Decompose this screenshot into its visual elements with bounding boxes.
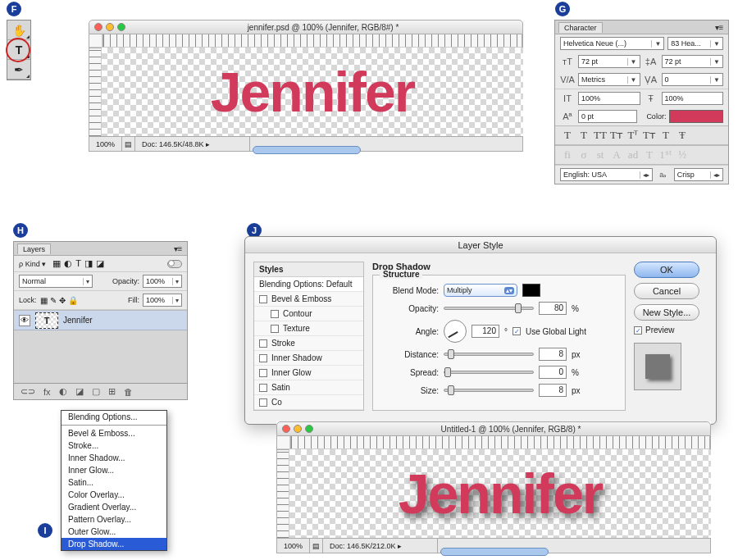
ok-button[interactable]: OK — [634, 262, 699, 278]
kerning-select[interactable]: Metrics▼ — [578, 73, 640, 86]
fx-menu-item[interactable]: Stroke... — [61, 439, 166, 452]
cancel-button[interactable]: Cancel — [634, 283, 699, 299]
fx-menu-item[interactable]: Outer Glow... — [61, 526, 166, 538]
doc-size-info[interactable]: Doc: 146.5K/48.8K ▸ — [135, 137, 250, 151]
ruler-origin[interactable] — [89, 34, 102, 48]
character-tab[interactable]: Character — [558, 22, 603, 33]
opacity-input[interactable]: 80 — [539, 302, 567, 315]
layer-name[interactable]: Jennifer — [63, 316, 93, 325]
tracking-select[interactable]: 0▼ — [662, 73, 724, 86]
type-btn[interactable]: ½ — [675, 148, 690, 162]
layer-foot-icon[interactable]: ▢ — [92, 386, 100, 397]
blendmode-select[interactable]: Multiply▴▾ — [444, 284, 517, 297]
ruler-origin[interactable] — [277, 436, 290, 449]
color-swatch[interactable] — [669, 110, 723, 123]
angle-dial[interactable] — [444, 320, 467, 343]
style-list-item[interactable]: Contour — [254, 307, 363, 321]
type-btn[interactable]: Tᴛ — [642, 129, 657, 142]
lock-icon[interactable]: ✎ — [50, 296, 57, 305]
font-weight-select[interactable]: 83 Hea...▼ — [667, 37, 723, 50]
status-icon[interactable]: ▤ — [310, 539, 323, 553]
spread-input[interactable]: 0 — [539, 366, 567, 379]
minimize-icon[interactable] — [106, 23, 114, 31]
styles-header[interactable]: Styles — [254, 262, 363, 277]
style-list-item[interactable]: Bevel & Emboss — [254, 292, 363, 307]
ruler-vertical[interactable] — [276, 449, 289, 538]
zoom-level[interactable]: 100% — [89, 137, 122, 151]
type-btn[interactable]: A — [609, 148, 624, 162]
type-btn[interactable]: Tᵀ — [626, 129, 640, 142]
fx-menu-item[interactable]: Blending Options... — [61, 411, 166, 423]
layer-foot-icon[interactable]: fx — [43, 387, 51, 397]
type-btn[interactable]: T — [576, 129, 591, 142]
style-list-item[interactable]: Inner Glow — [254, 366, 363, 380]
style-list-item[interactable]: Satin — [254, 380, 363, 395]
visibility-icon[interactable]: 👁 — [19, 315, 30, 326]
layer-foot-icon[interactable]: ◐ — [59, 386, 67, 397]
lock-icon[interactable]: 🔒 — [68, 296, 78, 305]
layer-foot-icon[interactable]: ⊞ — [108, 386, 116, 397]
font-family-select[interactable]: Helvetica Neue (...)▼ — [560, 37, 664, 50]
fx-menu-item[interactable]: Drop Shadow... — [61, 538, 166, 550]
panel-menu-icon[interactable]: ▾≡ — [713, 23, 725, 32]
type-btn[interactable]: 1ˢᵗ — [658, 148, 673, 162]
ruler-horizontal[interactable] — [290, 436, 710, 449]
angle-input[interactable]: 120 — [472, 325, 499, 338]
fx-menu-item[interactable]: Satin... — [61, 476, 166, 489]
fill-select[interactable]: 100%▾ — [143, 294, 182, 307]
zoom-level-j[interactable]: 100% — [277, 539, 310, 553]
close-icon[interactable] — [282, 425, 290, 433]
type-btn[interactable]: Tᴛ — [609, 129, 624, 142]
filter-icon[interactable]: T — [75, 258, 81, 269]
fx-menu-item[interactable]: Pattern Overlay... — [61, 513, 166, 526]
minimize-icon[interactable] — [294, 425, 302, 433]
text-layer-jennifer-shadow[interactable]: Jennifer — [399, 462, 603, 526]
status-icon[interactable]: ▤ — [122, 137, 135, 151]
scroll-thumb[interactable] — [253, 146, 361, 154]
fx-menu-item[interactable]: Gradient Overlay... — [61, 501, 166, 513]
layer-foot-icon[interactable]: ⊂⊃ — [20, 386, 35, 397]
type-tool[interactable]: T — [7, 40, 30, 60]
distance-slider[interactable] — [444, 353, 534, 356]
filter-icon[interactable]: ◐ — [64, 258, 72, 269]
type-btn[interactable]: fi — [560, 148, 575, 162]
zoom-icon[interactable] — [117, 23, 125, 31]
path-tool[interactable]: ✒ — [7, 60, 30, 80]
layers-tab[interactable]: Layers — [17, 244, 51, 254]
distance-input[interactable]: 8 — [539, 348, 567, 361]
type-btn[interactable]: TT — [593, 129, 608, 142]
fx-menu-item[interactable]: Bevel & Emboss... — [61, 427, 166, 439]
shadow-color-swatch[interactable] — [522, 284, 540, 297]
type-btn[interactable]: σ — [576, 148, 591, 162]
layer-thumb[interactable] — [35, 312, 58, 329]
fx-menu-item[interactable]: Color Overlay... — [61, 489, 166, 501]
type-btn[interactable]: T — [658, 129, 673, 142]
lock-icon[interactable]: ▦ — [40, 296, 48, 305]
leading-select[interactable]: 72 pt▼ — [662, 55, 724, 68]
fx-menu-item[interactable]: Inner Glow... — [61, 464, 166, 476]
fx-menu-item[interactable]: Inner Shadow... — [61, 452, 166, 464]
blend-mode-select[interactable]: Normal▾ — [19, 275, 93, 288]
filter-icon[interactable]: ◪ — [96, 258, 104, 269]
style-list-item[interactable]: Inner Shadow — [254, 351, 363, 366]
preview-checkbox[interactable]: ✓ — [634, 326, 642, 335]
style-list-item[interactable]: Texture — [254, 321, 363, 336]
filter-icon[interactable]: ◨ — [84, 258, 93, 269]
font-size-select[interactable]: 72 pt▼ — [578, 55, 640, 68]
language-select[interactable]: English: USA◂▸ — [560, 168, 653, 181]
type-btn[interactable]: Ŧ — [675, 129, 690, 142]
style-list-item[interactable]: Stroke — [254, 336, 363, 351]
panel-menu-icon[interactable]: ▾≡ — [172, 244, 184, 253]
blending-options-item[interactable]: Blending Options: Default — [254, 277, 363, 292]
scroll-thumb[interactable] — [440, 548, 549, 556]
hscale-input[interactable]: 100% — [662, 92, 724, 105]
size-slider[interactable] — [444, 389, 534, 392]
new-style-button[interactable]: New Style... — [634, 304, 699, 321]
text-layer-jennifer[interactable]: Jennifer — [211, 60, 415, 124]
antialias-select[interactable]: Crisp◂▸ — [674, 168, 723, 181]
baseline-input[interactable]: 0 pt — [578, 110, 637, 123]
type-btn[interactable]: T — [560, 129, 575, 142]
filter-toggle[interactable] — [167, 260, 182, 268]
lock-icon[interactable]: ✥ — [59, 296, 66, 305]
canvas-f[interactable]: Jennifer — [102, 48, 523, 136]
